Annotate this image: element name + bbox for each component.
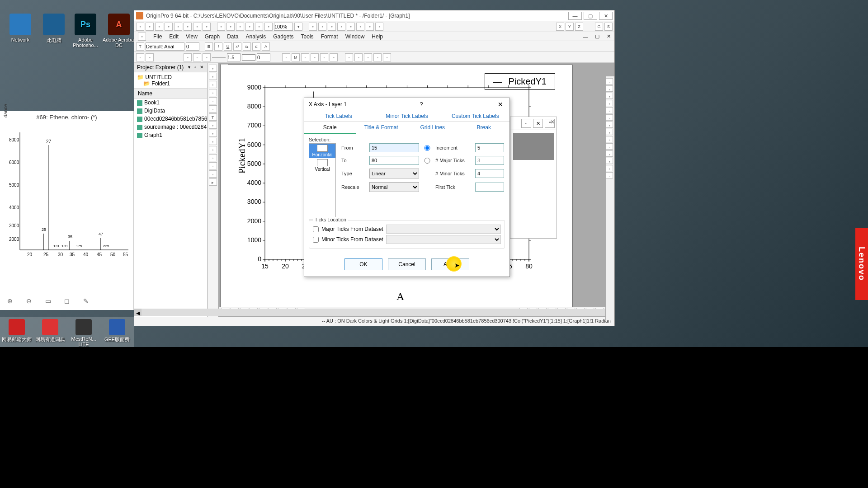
circle-icon[interactable]: ▫ (209, 146, 217, 153)
sel-vertical[interactable]: Vertical (309, 158, 335, 173)
lamp-icon[interactable]: ▫ (345, 53, 353, 61)
arrow-icon[interactable]: ▫ (209, 122, 217, 129)
input-major-ticks[interactable] (475, 156, 504, 165)
tab-title-format[interactable]: Title & Format (356, 122, 407, 134)
taskbar-item[interactable]: MestReN... LITE (67, 317, 100, 347)
menu-data[interactable]: Data (227, 33, 238, 40)
tool-icon[interactable]: ▫ (255, 23, 263, 31)
dropdown-icon[interactable]: ▾ (186, 65, 192, 70)
rtool-icon[interactable]: ▫ (606, 129, 613, 135)
greek-icon[interactable]: α (252, 42, 260, 51)
taskbar-item[interactable]: 网易邮箱大师 (0, 317, 33, 347)
chk-major-from-dataset[interactable] (313, 226, 319, 232)
text-tool-icon[interactable]: T (136, 42, 144, 51)
x-icon[interactable]: X (556, 23, 564, 31)
hscrollbar[interactable]: ◂ ▸ (134, 309, 614, 316)
italic-icon[interactable]: I (214, 42, 222, 51)
layer-icon[interactable]: ▫ (375, 23, 383, 31)
mask-tool-icon[interactable]: ▫ (209, 170, 217, 178)
s-icon[interactable]: S (604, 23, 613, 31)
region-icon[interactable]: ▫ (209, 162, 217, 169)
draw-icon[interactable]: ▫ (209, 105, 217, 113)
tool-icon[interactable]: ▫ (330, 53, 338, 61)
rtool-icon[interactable]: ▫ (606, 78, 613, 84)
poly-icon[interactable]: ▫ (209, 154, 217, 161)
x-axis-label[interactable]: A (396, 291, 404, 303)
taskbar-item[interactable]: GEE版面费 (100, 317, 134, 347)
app-menu-icon[interactable]: ▫ (138, 33, 146, 41)
rtool-icon[interactable]: ▫ (606, 172, 613, 178)
subscript-icon[interactable]: x₂ (243, 42, 251, 51)
num-input[interactable] (257, 53, 270, 61)
cancel-button[interactable]: Cancel (388, 258, 426, 270)
sel-horizontal[interactable]: Horizontal (309, 144, 335, 158)
maximize-button[interactable]: ▢ (584, 12, 597, 20)
rtool-icon[interactable]: ▫ (606, 143, 613, 150)
font-size-input[interactable] (186, 42, 199, 51)
mdi-maximize-icon[interactable]: ▢ (595, 33, 599, 39)
desktop-icon-photoshop[interactable]: PsAdobe Photosho... (69, 14, 102, 48)
radio-major-ticks[interactable] (423, 158, 432, 164)
help-icon[interactable]: ? (417, 101, 426, 108)
mask-icon[interactable]: M (292, 53, 300, 61)
edit-icon[interactable]: ✎ (80, 296, 91, 306)
font-select[interactable] (146, 42, 184, 51)
desktop-icon-network[interactable]: Network (4, 14, 37, 42)
tool-icon[interactable]: ▫ (311, 53, 319, 61)
menu-file[interactable]: File (153, 33, 162, 40)
tab-tick-labels[interactable]: Tick Labels (304, 111, 373, 122)
menu-analysis[interactable]: Analysis (246, 33, 266, 40)
export-icon[interactable]: ▫ (184, 23, 192, 31)
layer-icon[interactable]: ▫ (337, 23, 345, 31)
tool-icon[interactable]: ▫ (383, 53, 391, 61)
grid-icon[interactable]: ▫ (282, 53, 290, 61)
tool-icon[interactable]: ▫ (236, 23, 244, 31)
rtool-icon[interactable]: ▫ (606, 85, 613, 92)
list-item[interactable]: 00ecd02846bb581eb7856 (134, 115, 207, 123)
line-tool-icon[interactable]: ▫ (209, 130, 217, 137)
input-increment[interactable] (475, 143, 504, 152)
zoom-out-icon[interactable]: ⊖ (24, 296, 34, 306)
new-icon[interactable]: ▫ (136, 23, 144, 31)
tool-icon[interactable]: ▫ (373, 53, 382, 61)
layer-icon[interactable]: ▫ (366, 23, 374, 31)
tool-icon[interactable]: ▫ (264, 23, 273, 31)
text-icon[interactable]: T (209, 113, 217, 121)
tab-break[interactable]: Break (458, 122, 510, 134)
list-item[interactable]: Book1 (134, 99, 207, 107)
layer-icon[interactable]: ▫ (347, 23, 355, 31)
tree-root[interactable]: 📁 UNTITLED (137, 74, 204, 80)
superscript-icon[interactable]: x² (233, 42, 241, 51)
y-icon[interactable]: Y (566, 23, 574, 31)
zoom-input[interactable] (274, 23, 293, 31)
taskbar-item[interactable]: 网易有道词典 (33, 317, 67, 347)
input-first-tick[interactable] (475, 183, 504, 192)
bold-icon[interactable]: B (205, 42, 213, 51)
crop-icon[interactable]: ◻ (61, 296, 72, 306)
select-minor-dataset[interactable] (386, 235, 501, 244)
radio-increment[interactable] (423, 145, 432, 151)
save-icon[interactable]: ▫ (155, 23, 163, 31)
layer-icon[interactable]: ▫ (318, 23, 326, 31)
open-icon[interactable]: ▫ (146, 23, 154, 31)
tab-grid-lines[interactable]: Grid Lines (407, 122, 458, 134)
ok-button[interactable]: OK (344, 258, 382, 270)
sp-x2[interactable]: ✕ (550, 119, 555, 125)
select-major-dataset[interactable] (386, 225, 501, 234)
tool-icon[interactable]: ▫ (301, 53, 309, 61)
layer-icon[interactable]: ▫ (309, 23, 317, 31)
tool-icon[interactable]: ▫ (217, 23, 225, 31)
more-icon[interactable]: ▸ (209, 178, 217, 186)
rtool-icon[interactable]: ▫ (606, 93, 613, 99)
tab-minor-tick-labels[interactable]: Minor Tick Labels (373, 111, 441, 122)
pin-icon[interactable]: ▫ (193, 65, 198, 70)
reader-icon[interactable]: ▫ (209, 89, 217, 96)
input-to[interactable] (369, 156, 419, 165)
picker-icon[interactable]: ▫ (136, 53, 144, 61)
menu-view[interactable]: View (186, 33, 198, 40)
tool-icon[interactable]: ▫ (245, 23, 254, 31)
scroll-left-icon[interactable]: ◂ (134, 309, 142, 316)
data-icon[interactable]: ▫ (209, 97, 217, 104)
folder-icon[interactable]: ▫ (146, 53, 154, 61)
copy-icon[interactable]: ▫ (193, 23, 201, 31)
